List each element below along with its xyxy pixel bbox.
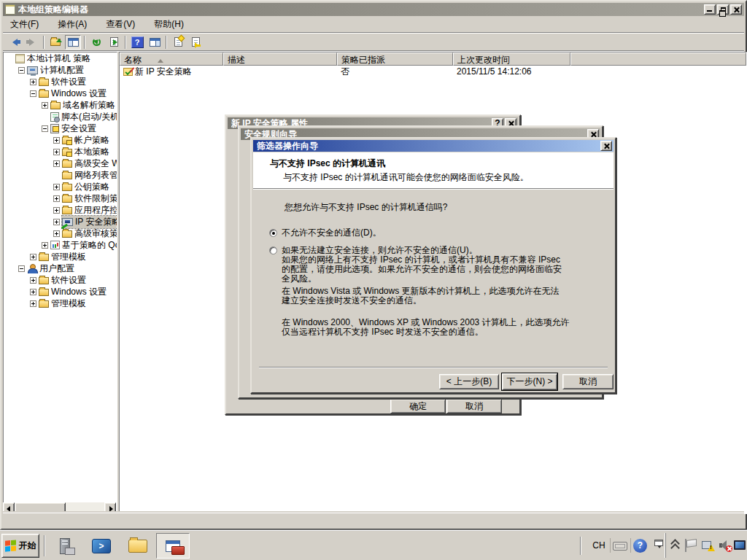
action-center-flag-icon[interactable] [684,539,696,552]
ok-button[interactable]: 确定 [390,399,446,413]
tree-item-policy-qos[interactable]: 基于策略的 QoS [4,239,117,251]
server-manager-icon[interactable] [53,535,77,557]
tree-item-local-policies[interactable]: 本地策略 [4,146,117,158]
window-titlebar[interactable]: 本地组策略编辑器 [3,3,744,16]
tree-item-scripts[interactable]: 脚本(启动/关机) [4,111,117,122]
policy-row[interactable]: 新 IP 安全策略 否 2015/11/5 14:12:06 [120,66,746,77]
column-header-name[interactable]: 名称 [120,52,223,66]
cancel-button[interactable]: 取消 [446,399,502,413]
expand-icon[interactable] [53,137,60,144]
menu-help[interactable]: 帮助(H) [147,17,191,32]
restore-button[interactable] [717,4,729,15]
expand-icon[interactable] [53,195,60,202]
wizard-body: 您想允许与不支持 IPsec 的计算机通信吗? 不允许不安全的通信(D)。 如果… [253,190,614,391]
expand-icon[interactable] [53,207,60,214]
expand-icon[interactable] [53,149,60,155]
menu-view[interactable]: 查看(V) [98,17,142,32]
app-icon [5,4,15,15]
wizard-cancel-button[interactable]: 取消 [562,374,614,389]
wizard-paragraph-1: 如果您的网络上有不支持 IPsec 的计算机，或者计算机具有不兼容 IPsec … [282,255,562,284]
radio-row-block-insecure[interactable]: 不允许不安全的通信(D)。 [269,227,382,239]
tree-item-admin-templates[interactable]: 管理模板 [4,251,117,262]
expand-icon[interactable] [53,184,60,190]
keyboard-icon[interactable] [613,542,627,551]
radio-unselected-icon[interactable] [269,246,277,254]
tree-item-adv-firewall[interactable]: 高级安全 Windows 防火墙 [4,158,117,169]
tree-item-name-resolution[interactable]: 域名解析策略 [4,99,117,111]
volume-muted-icon[interactable] [719,540,732,551]
expand-icon[interactable] [30,79,36,85]
expand-icon[interactable] [42,242,48,249]
tree-item-root[interactable]: 本地计算机 策略 [4,52,117,64]
expand-icon[interactable] [53,219,60,225]
column-header-assigned[interactable]: 策略已指派 [337,52,453,66]
tree-item-computer-config[interactable]: 计算机配置 [4,64,117,76]
wizard-subheading: 与不支持 IPsec 的计算机通讯可能会使您的网络面临安全风险。 [283,171,529,184]
powershell-icon[interactable]: > [89,535,114,557]
tree-item-windows-settings[interactable]: Windows 设置 [4,88,117,99]
show-console-tree-icon[interactable] [65,35,81,50]
display-icon[interactable] [734,540,746,550]
collapse-icon[interactable] [18,265,25,272]
refresh-icon[interactable] [88,35,104,50]
mmc-console-taskbar-button[interactable] [156,533,190,559]
toolbar-separator [125,36,126,49]
tree-item-user-config[interactable]: 用户配置 [4,262,117,274]
export-list-icon[interactable] [106,35,122,50]
user-icon [27,264,37,273]
ime-help-icon[interactable]: ? [633,539,647,553]
network-warning-icon[interactable] [702,540,715,551]
expand-icon[interactable] [53,160,60,167]
filter-action-wizard-dialog: 筛选器操作向导 与不支持 IPsec 的计算机通讯 与不支持 IPsec 的计算… [250,137,616,394]
explorer-folder-icon[interactable] [125,535,150,557]
collapse-icon[interactable] [30,90,36,97]
tree-item-user-software-settings[interactable]: 软件设置 [4,274,117,286]
collapse-icon[interactable] [18,67,25,74]
start-button[interactable]: 开始 [1,534,39,558]
taskbar-separator [44,535,45,556]
wizard-separator [259,367,608,368]
manage-filter-lists-icon[interactable] [187,35,204,50]
tray-divider [630,538,631,553]
column-header-extra[interactable] [570,52,746,66]
column-header-modified[interactable]: 上次更改时间 [453,52,570,66]
tree-item-software-settings[interactable]: 软件设置 [4,76,117,88]
radio-selected-icon[interactable] [269,229,277,237]
tree-item-adv-audit[interactable]: 高级审核策略配置 [4,228,117,239]
ime-pad-icon[interactable] [654,540,663,546]
expand-icon[interactable] [53,230,60,237]
expand-icon[interactable] [30,254,36,260]
expand-icon[interactable] [30,289,36,295]
tree-item-user-admin-templates[interactable]: 管理模板 [4,298,117,309]
tree-item-ip-security[interactable]: IP 安全策略，在 本地计算机 [4,216,117,228]
language-indicator[interactable]: CH [589,538,608,553]
next-button[interactable]: 下一步(N) > [502,373,557,390]
back-button[interactable]: < 上一步(B) [439,374,499,389]
tree-item-network-list[interactable]: 网络列表管理器策略 [4,169,117,181]
show-hidden-icons-chevron[interactable] [671,540,678,551]
create-policy-icon[interactable] [170,35,186,50]
toolbar-separator [43,36,44,49]
tree-item-software-restriction[interactable]: 软件限制策略 [4,192,117,204]
expand-icon[interactable] [30,300,36,307]
menu-file[interactable]: 文件(F) [3,17,46,32]
tree-item-user-windows-settings[interactable]: Windows 设置 [4,286,117,298]
menu-action[interactable]: 操作(A) [50,17,94,32]
show-action-pane-icon[interactable] [147,35,163,50]
tree-item-account-policies[interactable]: 帐户策略 [4,134,117,146]
minimize-button[interactable] [704,4,716,15]
back-icon[interactable] [7,35,23,50]
expand-icon[interactable] [30,277,36,284]
up-one-level-icon[interactable] [47,35,63,50]
next-button-default-ring: 下一步(N) > [501,373,558,391]
tree-item-public-key[interactable]: 公钥策略 [4,181,117,192]
help-icon[interactable]: ? [129,35,145,50]
tree-item-app-control[interactable]: 应用程序控制策略 [4,204,117,216]
close-icon[interactable] [600,141,612,151]
close-button[interactable] [730,4,742,15]
tree-item-security-settings[interactable]: 安全设置 [4,122,117,134]
forward-icon[interactable] [24,35,40,50]
expand-icon[interactable] [42,102,48,109]
column-header-description[interactable]: 描述 [223,52,337,66]
collapse-icon[interactable] [42,125,48,132]
